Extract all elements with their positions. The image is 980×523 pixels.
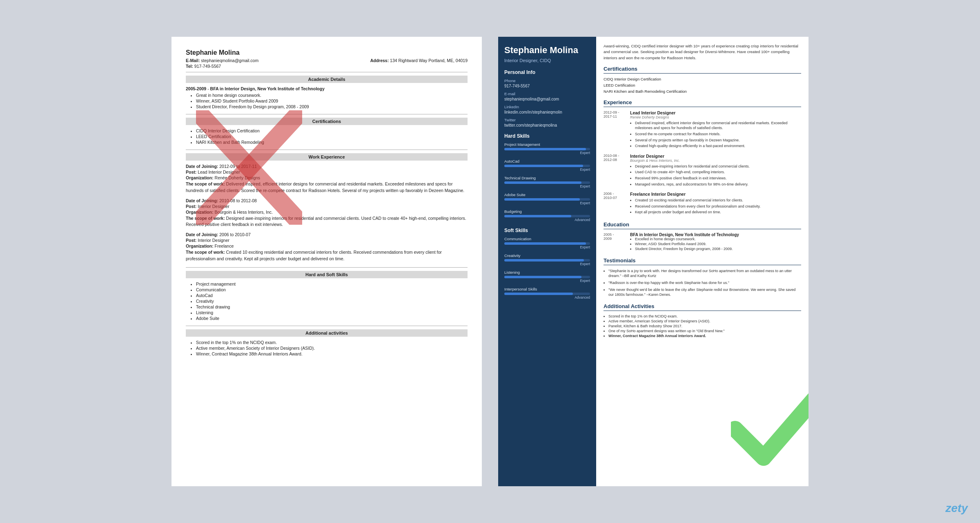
page-container: Stephanie Molina E-Mail: stephanieqmolin… (172, 37, 808, 486)
academic-bullets: Great in home design coursework. Winner,… (196, 93, 468, 109)
right-edu-title: Education (604, 221, 801, 229)
divider-5 (186, 326, 468, 326)
job-2-date: Date of Joining: 2010-08 to 2012-08 (186, 198, 468, 203)
edu-1-date: 2005 -2009 (604, 232, 626, 252)
left-name: Stephanie Molina (186, 49, 468, 56)
divider-2 (186, 114, 468, 114)
academic-section: Academic Details 2005-2009 - BFA in Inte… (186, 76, 468, 109)
left-skills-section: Hard and Soft Skills Project management … (186, 271, 468, 321)
academic-header: Academic Details (186, 76, 468, 83)
edu-1-right: BFA in Interior Design, New York Institu… (630, 232, 739, 252)
sidebar-email-label: E-mail (504, 92, 590, 96)
skill-6: Listening (196, 310, 468, 315)
job-3-date: Date of Joining: 2006 to 2010-07 (186, 232, 468, 237)
edu-1-bullets: Excelled in home design coursework. Winn… (635, 237, 739, 251)
divider-4 (186, 267, 468, 268)
sidebar-twitter-label: Twitter (504, 118, 590, 122)
academic-bullet-1: Great in home design coursework. (196, 93, 468, 98)
right-additional-title: Additional Activities (604, 303, 801, 311)
add-3: Winner, Contract Magazine 38th Annual In… (196, 351, 468, 356)
job-2-post: Post: Interior Designer (186, 204, 468, 209)
zety-logo: zety (946, 502, 968, 515)
resume-main: Award-winning, CIDQ certified interior d… (596, 37, 808, 486)
left-cert-section: Certifications CIDQ Interior Design Cert… (186, 118, 468, 145)
sidebar-email: stephanieqmolina@gmail.com (504, 97, 590, 101)
right-cert-3: NARI Kitchen and Bath Remodeling Certifi… (604, 89, 801, 94)
sidebar-phone: 917-749-5567 (504, 84, 590, 88)
left-skills-list: Project management Communication AutoCad… (196, 282, 468, 321)
exp-2-date: 2010-08 -2012-08 (604, 154, 626, 188)
testimonial-2: "Radisson is over-the-top happy with the… (608, 280, 801, 286)
job-2-desc: The scope of work: Designed awe-inspirin… (186, 215, 468, 228)
right-additional-section: Additional Activities Scored in the top … (604, 303, 801, 338)
exp-3-right: Freelance Interior Designer Created 10 e… (630, 192, 760, 216)
divider-1 (186, 72, 468, 72)
exp-2-company: Bourgoin & Hess Interiors, Inc. (630, 159, 750, 163)
job-1: Date of Joining: 2012-09 to 2017-11 Post… (186, 164, 468, 194)
exp-3-title: Freelance Interior Designer (630, 192, 760, 197)
resume-left: Stephanie Molina E-Mail: stephanieqmolin… (172, 37, 482, 486)
right-name: Stephanie Molina (504, 45, 590, 56)
skill-2: Communication (196, 287, 468, 292)
left-work-section: Work Experience Date of Joining: 2012-09… (186, 153, 468, 262)
left-cert-header: Certifications (186, 118, 468, 125)
sidebar-phone-label: Phone (504, 78, 590, 83)
sidebar-personal-title: Personal Info (504, 69, 590, 75)
job-2: Date of Joining: 2010-08 to 2012-08 Post… (186, 198, 468, 228)
left-work-header: Work Experience (186, 153, 468, 161)
right-add-3: Panelist, Kitchen & Bath Industry Show 2… (608, 324, 801, 328)
skill-5: Technical drawing (196, 304, 468, 309)
exp-1: 2012-09 -2017-11 Lead Interior Designer … (604, 110, 801, 150)
right-add-1: Scored in the top 1% on the NCIDQ exam. (608, 314, 801, 318)
left-tel: Tel: 917-749-5567 (186, 64, 221, 69)
left-email: E-Mail: stephanieqmolina@gmail.com (186, 58, 258, 63)
sidebar-linkedin: linkedin.com/in/stephanieqmolin (504, 110, 590, 114)
right-cert-section: Certifications CIDQ Interior Design Cert… (604, 66, 801, 94)
skill-creativity: Creativity Expert (504, 253, 590, 266)
resume-sidebar: Stephanie Molina Interior Designer, CIDQ… (498, 37, 596, 486)
exp-1-title: Lead Interior Designer (630, 110, 801, 115)
exp-3-header: 2006 -2010-07 Freelance Interior Designe… (604, 192, 801, 216)
right-cert-title: Certifications (604, 66, 801, 74)
exp-3-bullets: Created 10 exciting residential and comm… (635, 198, 760, 215)
skill-techdraw: Technical Drawing Expert (504, 176, 590, 188)
exp-1-right: Lead Interior Designer Renée Doherty Des… (630, 110, 801, 150)
exp-3: 2006 -2010-07 Freelance Interior Designe… (604, 192, 801, 216)
right-summary: Award-winning, CIDQ certified interior d… (604, 43, 801, 61)
sidebar-hard-skills-title: Hard Skills (504, 133, 590, 139)
sidebar-linkedin-label: LinkedIn (504, 105, 590, 109)
job-2-org: Organization: Bourgoin & Hess Interiors,… (186, 210, 468, 215)
right-exp-title: Experience (604, 99, 801, 107)
sidebar-soft-skills-title: Soft Skills (504, 228, 590, 233)
right-title: Interior Designer, CIDQ (504, 58, 590, 63)
right-add-5: Winner, Contract Magazine 38th Annual In… (608, 334, 801, 338)
right-testimonials-section: Testimonials "Stephanie is a joy to work… (604, 257, 801, 297)
exp-3-date: 2006 -2010-07 (604, 192, 626, 216)
divider-3 (186, 150, 468, 150)
left-cert-1: CIDQ Interior Design Certification (196, 128, 468, 133)
right-testimonials-title: Testimonials (604, 257, 801, 265)
sidebar-soft-skills: Soft Skills Communication Expert Creativ… (504, 228, 590, 299)
resume-right: Stephanie Molina Interior Designer, CIDQ… (498, 37, 808, 486)
skill-7: Adobe Suite (196, 316, 468, 321)
sidebar-twitter: twitter.com/stephanieqmolina (504, 123, 590, 127)
edu-1: 2005 -2009 BFA in Interior Design, New Y… (604, 232, 801, 252)
right-exp-section: Experience 2012-09 -2017-11 Lead Interio… (604, 99, 801, 216)
right-cert-1: CIDQ Interior Design Certification (604, 77, 801, 81)
exp-2: 2010-08 -2012-08 Interior Designer Bourg… (604, 154, 801, 188)
academic-bullet-2: Winner, ASID Student Portfolio Award 200… (196, 98, 468, 103)
left-skills-header: Hard and Soft Skills (186, 271, 468, 278)
add-2: Active member, American Society of Inter… (196, 346, 468, 351)
left-tel-row: Tel: 917-749-5567 (186, 64, 468, 69)
job-1-post: Post: Lead Interior Designer (186, 170, 468, 174)
sidebar-personal: Personal Info Phone 917-749-5567 E-mail … (504, 69, 590, 127)
skill-budgeting: Budgeting Advanced (504, 209, 590, 222)
left-additional-list: Scored in the top 1% on the NCIDQ exam. … (196, 340, 468, 356)
skill-3: AutoCad (196, 293, 468, 298)
job-3: Date of Joining: 2006 to 2010-07 Post: I… (186, 232, 468, 262)
exp-2-header: 2010-08 -2012-08 Interior Designer Bourg… (604, 154, 801, 188)
academic-bullet-3: Student Director, Freedom by Design prog… (196, 104, 468, 109)
sidebar-hard-skills: Hard Skills Project Management Expert Au… (504, 133, 590, 222)
skill-interpersonal: Interpersonal Skills Advanced (504, 287, 590, 299)
skill-listening: Listening Expert (504, 270, 590, 283)
